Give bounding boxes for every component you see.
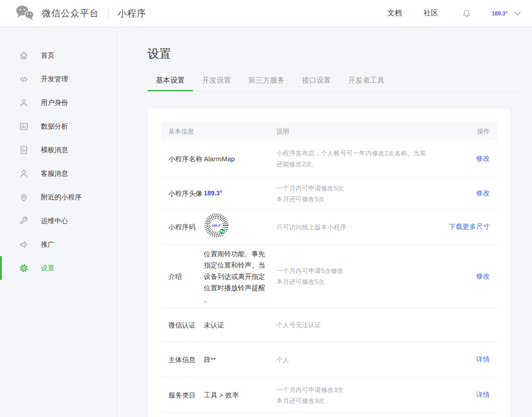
tab-third-party[interactable]: 第三方服务 (248, 75, 285, 91)
modify-avatar-link[interactable]: 修改 (476, 189, 490, 197)
miniprogram-intro: 位置闹铃功能。事先指定位置和铃声。当设备到达或离开指定位置时播放铃声提醒。 (204, 248, 276, 305)
sidebar-item-data-analysis[interactable]: 数据分析 (0, 117, 117, 135)
sidebar-item-ops-center[interactable]: 运维中心 (0, 212, 117, 230)
entity-name: 薛** (204, 354, 276, 365)
sidebar-item-label: 推广 (41, 240, 54, 249)
row-desc: 一个月内可申请5次修改 本月还可修改5次 (276, 265, 431, 287)
wrench-icon (18, 215, 29, 226)
page-body: 首页 开发管理 用户身份 数据分析 (0, 27, 532, 417)
account-name: 189.3° (492, 10, 507, 17)
account-dropdown[interactable]: 189.3° (492, 10, 521, 18)
bar-chart-icon (18, 121, 29, 132)
template-icon (18, 144, 29, 155)
megaphone-icon (18, 239, 29, 250)
row-desc: 个人 (276, 354, 431, 365)
sidebar-item-label: 附近的小程序 (41, 193, 82, 202)
modify-name-link[interactable]: 修改 (476, 154, 490, 162)
row-desc: 一个月内可申请修改5次 本月还可修改5次 (276, 183, 431, 204)
service-category: 工具 > 效率 (204, 389, 276, 401)
tab-dev-settings[interactable]: 开发设置 (202, 75, 231, 91)
row-label: 服务类目 (168, 389, 204, 401)
row-label: 小程序码 (168, 221, 204, 233)
sidebar-item-nearby-miniprogram[interactable]: 附近的小程序 (0, 188, 117, 206)
brand-title: 微信公众平台 (42, 7, 99, 20)
notification-bell-icon[interactable] (462, 9, 472, 19)
miniprogram-name: AlarmMap (204, 153, 276, 164)
table-row-name: 小程序名称 AlarmMap 小程序发布后，个人帐号可一年内修改2次名称。当前还… (161, 140, 497, 178)
verification-status: 未认证 (204, 319, 276, 331)
row-desc: 个人号无法认证 (276, 319, 431, 330)
sidebar-item-label: 用户身份 (41, 99, 68, 107)
code-icon (18, 74, 29, 84)
row-label: 小程序头像 (168, 188, 204, 199)
page-title: 设置 (148, 45, 521, 62)
download-more-sizes-link[interactable]: 下载更多尺寸 (449, 223, 490, 230)
user-icon (18, 97, 29, 108)
sidebar-item-label: 运维中心 (41, 217, 68, 225)
brand-separator (108, 9, 108, 18)
row-label: 主体信息 (168, 354, 204, 365)
miniprogram-code-icon: 189.3° (204, 213, 229, 238)
sidebar-item-label: 客服消息 (41, 169, 68, 178)
row-desc: 只可访问线上版本小程序 (276, 222, 431, 233)
entity-details-link[interactable]: 详情 (476, 355, 490, 363)
brand-product: 小程序 (118, 7, 146, 20)
sidebar: 首页 开发管理 用户身份 数据分析 (0, 27, 117, 417)
tab-basic-settings[interactable]: 基本设置 (156, 75, 185, 91)
col-description: 说明 (276, 128, 431, 136)
col-action: 操作 (431, 128, 490, 136)
sidebar-item-label: 模板消息 (41, 146, 68, 154)
miniprogram-code: 189.3° (204, 213, 276, 241)
sidebar-item-template-message[interactable]: 模板消息 (0, 141, 117, 159)
table-row-avatar: 小程序头像 189.3° 一个月内可申请修改5次 本月还可修改5次 修改 (161, 178, 497, 209)
main-content: 设置 基本设置 开发设置 第三方服务 接口设置 开发者工具 基本信息 说明 操作… (117, 27, 532, 417)
sidebar-item-label: 开发管理 (41, 75, 68, 84)
tab-dev-tools[interactable]: 开发者工具 (348, 75, 384, 91)
table-row-intro: 介绍 位置闹铃功能。事先指定位置和铃声。当设备到达或离开指定位置时播放铃声提醒。… (161, 245, 497, 308)
table-header: 基本信息 说明 操作 (161, 123, 497, 140)
brand: 微信公众平台 小程序 (15, 5, 146, 23)
modify-intro-link[interactable]: 修改 (476, 272, 490, 280)
nav-community-link[interactable]: 社区 (424, 9, 438, 18)
sidebar-item-home[interactable]: 首页 (0, 46, 117, 65)
chevron-down-icon (514, 10, 521, 18)
row-desc: 小程序发布后，个人帐号可一年内修改2次名称。当前还能修改2次。 (276, 148, 431, 169)
location-pin-icon (18, 192, 29, 203)
category-details-link[interactable]: 详情 (476, 391, 490, 398)
table-row-category: 服务类目 工具 > 效率 一个月内可申请修改3次 本月还可修改3次 详情 (161, 377, 497, 413)
row-desc: 一个月内可申请修改3次 本月还可修改3次 (276, 384, 431, 406)
top-nav: 文档 社区 189.3° (365, 9, 521, 19)
nav-docs-link[interactable]: 文档 (387, 9, 402, 18)
sidebar-item-dev-manage[interactable]: 开发管理 (0, 70, 117, 88)
table-row-qrcode: 小程序码 189.3° 只可访问线上版本小程序 下载更多尺寸 (161, 209, 497, 245)
table-row-verification: 微信认证 未认证 个人号无法认证 (161, 308, 497, 342)
row-label: 小程序名称 (168, 153, 204, 164)
basic-info-card: 基本信息 说明 操作 小程序名称 AlarmMap 小程序发布后，个人帐号可一年… (148, 109, 511, 417)
customer-service-icon (18, 168, 29, 179)
top-bar: 微信公众平台 小程序 文档 社区 189.3° (0, 0, 532, 27)
sidebar-item-settings[interactable]: 设置 (0, 259, 117, 277)
sidebar-item-label: 首页 (41, 51, 54, 60)
home-icon (18, 50, 29, 61)
row-label: 介绍 (168, 271, 204, 282)
miniprogram-avatar: 189.3° (204, 188, 276, 199)
row-label: 微信认证 (168, 319, 204, 331)
sidebar-item-promotion[interactable]: 推广 (0, 235, 117, 253)
sidebar-item-label: 数据分析 (41, 122, 68, 131)
sidebar-item-label: 设置 (41, 264, 54, 273)
settings-tabs: 基本设置 开发设置 第三方服务 接口设置 开发者工具 (148, 75, 521, 91)
sidebar-item-user-identity[interactable]: 用户身份 (0, 94, 117, 112)
tab-api-settings[interactable]: 接口设置 (302, 75, 331, 91)
wechat-logo-icon (15, 5, 34, 23)
col-basic-info: 基本信息 (168, 128, 276, 136)
table-row-entity: 主体信息 薛** 个人 详情 (161, 342, 497, 377)
gear-icon (18, 263, 29, 273)
sidebar-item-customer-service[interactable]: 客服消息 (0, 164, 117, 183)
svg-text:189.3°: 189.3° (212, 224, 222, 227)
